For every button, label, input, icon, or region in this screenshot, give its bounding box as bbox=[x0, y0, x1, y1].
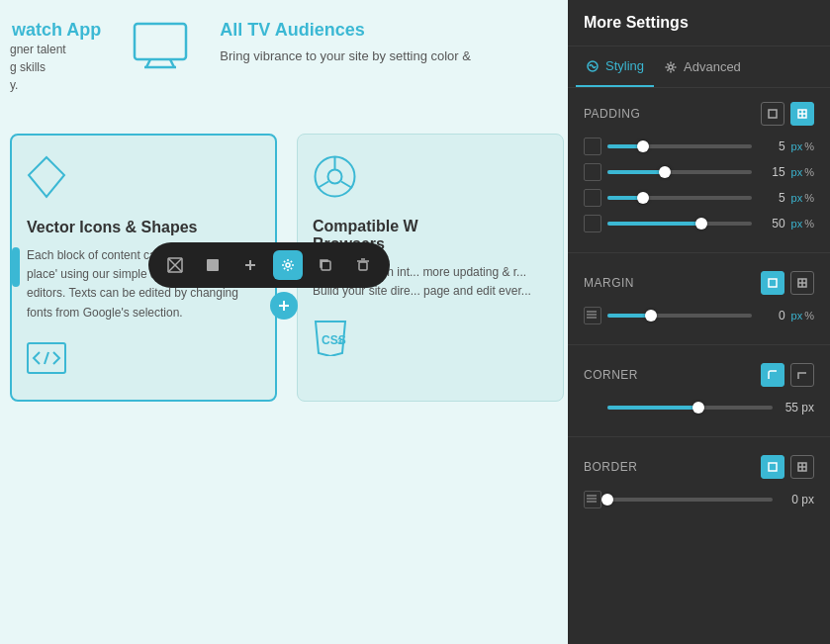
delete-tool-button[interactable] bbox=[348, 250, 378, 280]
watch-title-block: watch App gner talent g skills y. bbox=[10, 20, 101, 94]
margin-pct-unit[interactable]: % bbox=[804, 310, 814, 322]
block-tool-icon bbox=[167, 257, 183, 273]
corner-sharp-icon[interactable] bbox=[790, 363, 814, 387]
padding-value-1: 5 bbox=[758, 139, 785, 153]
tab-advanced[interactable]: Advanced bbox=[654, 46, 751, 87]
padding-all-sides-icon bbox=[767, 108, 779, 120]
code-icon bbox=[27, 342, 260, 380]
padding-label: Padding bbox=[584, 107, 640, 121]
pct-unit-2[interactable]: % bbox=[804, 166, 814, 178]
padding-icons bbox=[761, 102, 814, 126]
divider-2 bbox=[568, 344, 830, 345]
pct-unit-4[interactable]: % bbox=[804, 218, 814, 230]
padding-slider-1[interactable] bbox=[607, 138, 752, 155]
pct-unit-1[interactable]: % bbox=[804, 140, 814, 152]
block-tool-button[interactable] bbox=[160, 250, 190, 280]
border-slider[interactable] bbox=[607, 491, 773, 508]
square-tool-icon bbox=[206, 258, 220, 272]
border-label: Border bbox=[584, 460, 637, 474]
padding-slider-3[interactable] bbox=[607, 189, 752, 207]
css3-badge-icon: CSS 3 bbox=[313, 321, 348, 356]
padding-slider-2[interactable] bbox=[607, 163, 752, 181]
padding-section: Padding bbox=[568, 88, 830, 248]
svg-line-23 bbox=[318, 182, 328, 189]
chrome-browser-icon bbox=[313, 154, 357, 199]
margin-lines-icon bbox=[585, 308, 599, 322]
padding-value-4: 50 bbox=[758, 217, 785, 230]
padding-side-right[interactable] bbox=[584, 163, 601, 181]
svg-point-29 bbox=[669, 65, 673, 69]
padding-slider-right: 15 px % bbox=[584, 163, 814, 181]
settings-tool-button[interactable] bbox=[273, 250, 303, 280]
margin-value: 0 bbox=[758, 309, 785, 322]
padding-slider-bottom: 5 px % bbox=[584, 189, 814, 207]
px-unit-2[interactable]: px bbox=[791, 166, 803, 178]
corner-rounded-icon[interactable] bbox=[761, 363, 784, 387]
svg-text:3: 3 bbox=[337, 336, 342, 346]
padding-side-left[interactable] bbox=[584, 215, 601, 232]
padding-unit-4: px % bbox=[791, 218, 814, 230]
corner-round-icon bbox=[767, 369, 779, 381]
margin-separate-icon bbox=[796, 277, 808, 289]
resize-handle-left[interactable] bbox=[12, 247, 20, 287]
margin-px-unit[interactable]: px bbox=[791, 310, 803, 322]
margin-section-header: Margin bbox=[584, 271, 814, 295]
tv-icon-block bbox=[121, 20, 200, 69]
border-individual-icon[interactable] bbox=[790, 455, 814, 479]
diamond-icon bbox=[27, 155, 260, 207]
delete-tool-icon bbox=[356, 258, 370, 272]
margin-side-icon[interactable] bbox=[584, 307, 601, 324]
margin-icons bbox=[761, 271, 814, 295]
padding-slider-top: 5 px % bbox=[584, 138, 814, 155]
px-unit-3[interactable]: px bbox=[791, 192, 803, 204]
px-unit-4[interactable]: px bbox=[791, 218, 803, 230]
svg-line-19 bbox=[45, 352, 48, 364]
padding-unit-1: px % bbox=[791, 140, 814, 152]
left-panel: watch App gner talent g skills y. All TV… bbox=[0, 0, 568, 644]
add-block-handle[interactable] bbox=[270, 292, 298, 320]
padding-slider-4[interactable] bbox=[607, 215, 752, 232]
border-section-header: Border bbox=[584, 455, 814, 479]
padding-all-icon[interactable] bbox=[761, 102, 784, 126]
margin-section: Margin bbox=[568, 257, 830, 340]
corner-section: Corner 55 bbox=[568, 349, 830, 432]
px-unit-1[interactable]: px bbox=[791, 140, 803, 152]
padding-unit-2: px % bbox=[791, 166, 814, 178]
svg-marker-17 bbox=[29, 157, 64, 197]
diamond-shape-icon bbox=[27, 155, 66, 200]
padding-value-2: 15 bbox=[758, 165, 785, 179]
border-side-icon[interactable] bbox=[584, 491, 601, 508]
padding-value-3: 5 bbox=[758, 191, 785, 205]
copy-tool-button[interactable] bbox=[311, 250, 340, 280]
tv-monitor-icon bbox=[131, 20, 190, 69]
svg-rect-12 bbox=[359, 262, 367, 270]
margin-all-icon[interactable] bbox=[761, 271, 784, 295]
margin-individual-icon[interactable] bbox=[790, 271, 814, 295]
pct-unit-3[interactable]: % bbox=[804, 192, 814, 204]
corner-slider[interactable] bbox=[607, 399, 773, 416]
padding-side-top[interactable] bbox=[584, 138, 601, 155]
padding-side-bottom[interactable] bbox=[584, 189, 601, 207]
tab-styling[interactable]: Styling bbox=[576, 46, 654, 87]
border-separate-icon bbox=[796, 461, 808, 473]
margin-slider[interactable] bbox=[607, 307, 752, 324]
code-brackets-icon bbox=[27, 342, 66, 374]
padding-individual-icon[interactable] bbox=[790, 102, 814, 126]
corner-section-header: Corner bbox=[584, 363, 814, 387]
chrome-icon bbox=[313, 154, 548, 206]
plus-handle-icon bbox=[278, 300, 290, 312]
border-value: 0 px bbox=[779, 493, 814, 506]
border-all-icon[interactable] bbox=[761, 455, 784, 479]
tv-audiences-block: All TV Audiences Bring vibrance to your … bbox=[220, 20, 548, 66]
square-tool-button[interactable] bbox=[198, 250, 228, 280]
border-section: Border bbox=[568, 441, 830, 524]
panel-title: More Settings bbox=[584, 14, 689, 31]
watch-app-desc: gner talent g skills y. bbox=[10, 41, 101, 94]
right-panel: More Settings Styling Advanced Padding bbox=[568, 0, 830, 644]
top-section: watch App gner talent g skills y. All TV… bbox=[0, 0, 568, 104]
css3-icon: CSS 3 bbox=[313, 321, 548, 362]
svg-rect-7 bbox=[207, 259, 219, 271]
margin-label: Margin bbox=[584, 276, 634, 290]
copy-tool-icon bbox=[319, 258, 332, 272]
add-tool-button[interactable] bbox=[235, 250, 265, 280]
